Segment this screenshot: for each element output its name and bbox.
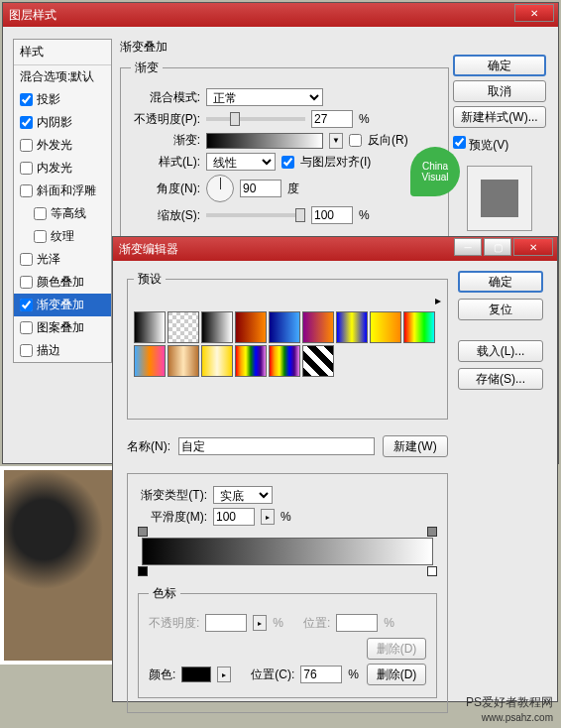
angle-input[interactable]: [240, 180, 281, 197]
color-swatch[interactable]: [181, 667, 211, 682]
preset-swatch[interactable]: [302, 345, 334, 377]
delete-color-stop-button[interactable]: 删除(D): [367, 664, 426, 685]
style-label: 纹理: [51, 228, 74, 245]
style-item[interactable]: 外发光: [14, 134, 111, 157]
new-gradient-button[interactable]: 新建(W): [383, 435, 448, 457]
style-checkbox[interactable]: [20, 253, 33, 266]
blend-mode-label: 混合模式:: [131, 89, 200, 106]
style-checkbox[interactable]: [20, 139, 33, 152]
ge-load-button[interactable]: 载入(L)...: [458, 340, 543, 362]
stop-pos-unit: %: [384, 616, 394, 630]
presets-menu-icon[interactable]: ▸: [435, 294, 441, 307]
style-item[interactable]: 等高线: [14, 202, 111, 225]
color-dropdown-icon[interactable]: ▸: [217, 667, 231, 682]
style-item[interactable]: 内阴影: [14, 111, 111, 134]
blend-options-item[interactable]: 混合选项:默认: [14, 65, 111, 88]
stops-label: 色标: [149, 585, 180, 602]
minimize-icon[interactable]: ─: [454, 238, 482, 256]
style-item[interactable]: 颜色叠加: [14, 271, 111, 294]
preset-swatch[interactable]: [269, 345, 300, 377]
style-checkbox[interactable]: [20, 276, 33, 289]
blend-mode-select[interactable]: 正常: [206, 88, 323, 106]
preset-swatch[interactable]: [269, 311, 300, 343]
color-stop-right[interactable]: [427, 566, 437, 576]
style-label: 等高线: [51, 205, 86, 222]
grad-type-select[interactable]: 实底: [213, 486, 273, 504]
style-checkbox[interactable]: [20, 184, 33, 197]
gradient-dropdown-icon[interactable]: ▼: [329, 133, 343, 149]
preset-swatch[interactable]: [134, 345, 166, 377]
angle-dial[interactable]: [206, 175, 234, 202]
style-checkbox[interactable]: [20, 162, 33, 175]
gradient-label: 渐变:: [131, 132, 200, 149]
smooth-input[interactable]: [213, 508, 255, 526]
scale-slider[interactable]: [206, 213, 305, 217]
reverse-checkbox[interactable]: [349, 134, 362, 147]
section-title: 渐变叠加: [120, 39, 449, 56]
style-checkbox[interactable]: [20, 299, 33, 311]
stop-opacity-unit: %: [273, 616, 283, 630]
gradient-preview[interactable]: [206, 133, 323, 149]
style-item[interactable]: 内发光: [14, 157, 111, 180]
close-icon[interactable]: ✕: [513, 238, 553, 256]
color-pos-input[interactable]: [300, 666, 342, 683]
preset-swatch[interactable]: [168, 345, 199, 377]
cancel-button[interactable]: 取消: [453, 80, 546, 102]
opacity-stop-left[interactable]: [138, 527, 148, 537]
preset-swatch[interactable]: [201, 345, 233, 377]
gradient-editor-titlebar[interactable]: 渐变编辑器 ─ ▢ ✕: [113, 237, 557, 261]
scale-input[interactable]: [311, 206, 353, 224]
style-item[interactable]: 投影: [14, 88, 111, 111]
preset-swatch[interactable]: [370, 311, 401, 343]
preset-swatch[interactable]: [235, 345, 267, 377]
ge-reset-button[interactable]: 复位: [458, 299, 543, 320]
style-item[interactable]: 纹理: [14, 225, 111, 248]
close-icon[interactable]: ✕: [514, 4, 554, 22]
reverse-label: 反向(R): [368, 132, 408, 149]
gradient-bar[interactable]: [142, 538, 433, 565]
ge-save-button[interactable]: 存储(S)...: [458, 368, 543, 390]
style-checkbox[interactable]: [34, 207, 47, 220]
preset-swatch[interactable]: [302, 311, 334, 343]
preset-swatch[interactable]: [403, 311, 435, 343]
layer-style-titlebar[interactable]: 图层样式 ✕: [3, 3, 558, 27]
style-checkbox[interactable]: [20, 93, 33, 106]
style-checkbox[interactable]: [20, 321, 33, 334]
preset-swatch[interactable]: [201, 311, 233, 343]
background-image: [0, 466, 119, 665]
preset-swatch[interactable]: [134, 311, 166, 343]
new-style-button[interactable]: 新建样式(W)...: [453, 106, 546, 128]
style-checkbox[interactable]: [20, 116, 33, 129]
opacity-slider[interactable]: [206, 117, 305, 121]
style-checkbox[interactable]: [20, 344, 33, 357]
preview-checkbox[interactable]: [453, 136, 466, 149]
preset-swatch[interactable]: [168, 311, 199, 343]
stop-opacity-input: [205, 614, 247, 632]
ok-button[interactable]: 确定: [453, 55, 546, 76]
preview-swatch: [467, 166, 532, 231]
preset-swatch[interactable]: [336, 311, 368, 343]
style-item[interactable]: 渐变叠加: [14, 294, 111, 316]
style-checkbox[interactable]: [34, 230, 47, 243]
style-label: 描边: [37, 342, 60, 359]
stop-opacity-label: 不透明度:: [149, 615, 199, 632]
style-select[interactable]: 线性: [206, 153, 276, 171]
color-stop-left[interactable]: [138, 566, 148, 576]
name-input[interactable]: [178, 437, 375, 455]
opacity-stop-right[interactable]: [427, 527, 437, 537]
style-item[interactable]: 描边: [14, 339, 111, 362]
style-item[interactable]: 光泽: [14, 248, 111, 271]
align-checkbox[interactable]: [281, 156, 294, 169]
gradient-fieldset: 渐变 混合模式: 正常 不透明度(P): % 渐变: ▼ 反向(R): [120, 60, 449, 237]
maximize-icon[interactable]: ▢: [484, 238, 511, 256]
opacity-input[interactable]: [311, 110, 353, 128]
style-item[interactable]: 斜面和浮雕: [14, 180, 111, 202]
presets-label: 预设: [134, 271, 166, 288]
stops-fieldset: 色标 不透明度: ▸ % 位置: % 删除(D) 颜色: ▸: [138, 585, 437, 698]
preset-swatch[interactable]: [235, 311, 267, 343]
styles-header[interactable]: 样式: [14, 40, 111, 65]
smooth-dropdown-icon[interactable]: ▸: [261, 509, 275, 525]
style-item[interactable]: 图案叠加: [14, 316, 111, 339]
scale-unit: %: [359, 208, 370, 222]
ge-ok-button[interactable]: 确定: [458, 271, 543, 293]
